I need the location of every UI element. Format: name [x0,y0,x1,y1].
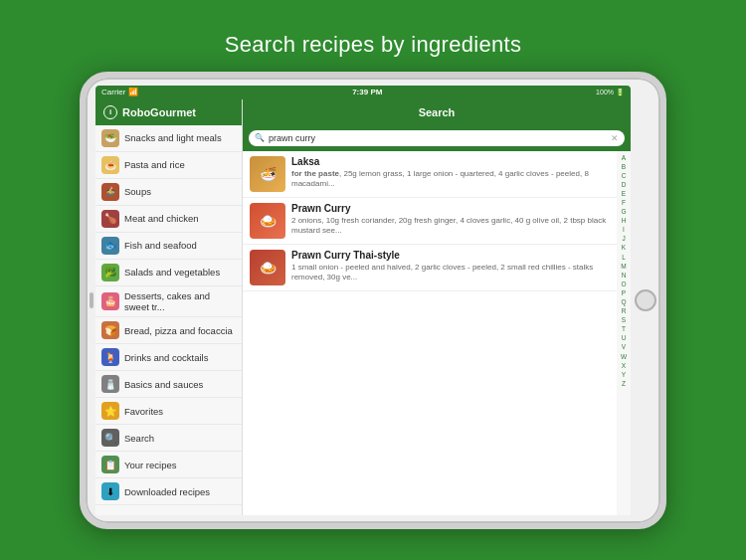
results-area: 🍜 Laksa for the paste, 25g lemon grass, … [243,151,631,515]
alpha-letter-i[interactable]: I [623,225,625,234]
sidebar-label-desserts: Desserts, cakes and sweet tr... [124,290,236,313]
alpha-letter-s[interactable]: S [622,315,626,324]
alpha-letter-l[interactable]: L [622,253,626,262]
ipad-frame: Carrier 📶 7:39 PM 100% 🔋 i RoboGourmet 🥗… [80,72,666,529]
wifi-icon: 📶 [128,88,138,96]
search-bar: 🔍 ✕ [249,130,625,146]
alpha-letter-h[interactable]: H [622,216,627,225]
alpha-letter-w[interactable]: W [621,352,627,361]
page-title: Search recipes by ingredients [225,32,522,58]
alpha-letter-x[interactable]: X [622,361,626,370]
sidebar-item-basics[interactable]: 🧂 Basics and sauces [95,371,242,398]
sidebar-icon-bread: 🍞 [101,321,119,339]
result-desc-prawn-curry: 2 onions, 10g fresh coriander, 20g fresh… [291,216,610,237]
alpha-letter-c[interactable]: C [622,171,627,180]
alpha-letter-f[interactable]: F [622,198,626,207]
sidebar-item-drinks[interactable]: 🍹 Drinks and cocktails [95,344,242,371]
result-title-laksa: Laksa [291,156,610,167]
sidebar-label-drinks: Drinks and cocktails [124,352,208,363]
result-desc-prawn-curry-thai: 1 small onion - peeled and halved, 2 gar… [291,263,610,283]
result-thumb-prawn-curry: 🍛 [250,203,285,239]
alpha-letter-d[interactable]: D [622,180,627,189]
sidebar-label-soups: Soups [124,186,151,197]
sidebar-item-desserts[interactable]: 🎂 Desserts, cakes and sweet tr... [95,286,242,318]
sidebar-item-salads[interactable]: 🥦 Salads and vegetables [95,260,242,286]
status-bar-time: 7:39 PM [352,88,382,96]
results-list: 🍜 Laksa for the paste, 25g lemon grass, … [243,151,617,515]
sidebar-label-search: Search [124,433,154,444]
sidebar-item-recipes[interactable]: 📋 Your recipes [95,452,242,478]
alpha-letter-n[interactable]: N [622,271,627,280]
sidebar-item-fish[interactable]: 🐟 Fish and seafood [95,233,242,260]
alpha-letter-m[interactable]: M [621,262,626,271]
sidebar-item-pasta[interactable]: 🍝 Pasta and rice [95,152,242,179]
alphabet-sidebar: ABCDEFGHIJKLMNOPQRSTUVWXYZ [617,151,631,515]
alpha-letter-z[interactable]: Z [622,379,626,388]
ipad-screen: Carrier 📶 7:39 PM 100% 🔋 i RoboGourmet 🥗… [95,86,631,515]
sidebar-item-meat[interactable]: 🍗 Meat and chicken [95,206,242,233]
result-thumb-prawn-curry-thai: 🍛 [250,250,285,285]
status-bar-right: 100% 🔋 [596,89,625,96]
alpha-letter-q[interactable]: Q [621,297,626,306]
sidebar-item-snacks[interactable]: 🥗 Snacks and light meals [95,125,242,152]
sidebar: i RoboGourmet 🥗 Snacks and light meals 🍝… [95,99,243,515]
sidebar-label-recipes: Your recipes [124,460,176,470]
search-icon: 🔍 [255,133,265,142]
result-desc-laksa: for the paste, 25g lemon grass, 1 large … [291,169,610,190]
sidebar-item-soups[interactable]: 🍲 Soups [95,179,242,206]
sidebar-item-bread[interactable]: 🍞 Bread, pizza and focaccia [95,317,242,344]
alpha-letter-y[interactable]: Y [622,370,626,379]
sidebar-label-favorites: Favorites [124,406,163,417]
sidebar-icon-favorites: ⭐ [101,402,119,420]
result-info-laksa: Laksa for the paste, 25g lemon grass, 1 … [291,156,610,190]
sidebar-label-snacks: Snacks and light meals [124,132,222,143]
alpha-letter-j[interactable]: J [622,234,625,243]
result-item-prawn-curry-thai[interactable]: 🍛 Prawn Curry Thai-style 1 small onion -… [243,245,617,291]
result-item-prawn-curry[interactable]: 🍛 Prawn Curry 2 onions, 10g fresh corian… [243,198,617,245]
result-info-prawn-curry-thai: Prawn Curry Thai-style 1 small onion - p… [291,250,610,283]
sidebar-label-downloaded: Downloaded recipes [124,486,210,497]
sidebar-icon-salads: 🥦 [101,264,119,281]
alpha-letter-a[interactable]: A [622,153,626,162]
alpha-letter-g[interactable]: G [621,207,626,216]
search-input[interactable] [269,133,607,143]
side-button [90,292,93,308]
alpha-letter-b[interactable]: B [622,162,626,171]
sidebar-icon-downloaded: ⬇ [101,482,119,500]
sidebar-item-favorites[interactable]: ⭐ Favorites [95,398,242,425]
main-content: Search 🔍 ✕ 🍜 Laksa for the paste, 25g le… [243,99,631,515]
app-name: RoboGourmet [122,106,196,118]
result-thumb-laksa: 🍜 [250,156,285,192]
main-header: Search [243,99,631,125]
alpha-letter-u[interactable]: U [622,333,627,342]
alpha-letter-k[interactable]: K [622,243,626,252]
alpha-letter-v[interactable]: V [622,342,626,351]
search-clear-icon[interactable]: ✕ [611,133,619,143]
sidebar-icon-pasta: 🍝 [101,156,119,174]
sidebar-icon-search: 🔍 [101,429,119,447]
status-bar: Carrier 📶 7:39 PM 100% 🔋 [95,86,631,99]
result-info-prawn-curry: Prawn Curry 2 onions, 10g fresh coriande… [291,203,610,237]
carrier-label: Carrier [101,88,125,96]
sidebar-header: i RoboGourmet [95,99,242,125]
alpha-letter-e[interactable]: E [622,189,626,198]
alpha-letter-r[interactable]: R [622,306,627,315]
alpha-letter-t[interactable]: T [622,324,626,333]
sidebar-icon-snacks: 🥗 [101,129,119,147]
sidebar-item-downloaded[interactable]: ⬇ Downloaded recipes [95,478,242,505]
sidebar-item-search[interactable]: 🔍 Search [95,425,242,452]
app-info-icon[interactable]: i [103,105,117,119]
home-button[interactable] [635,289,656,311]
sidebar-label-bread: Bread, pizza and focaccia [124,325,233,336]
battery-label: 100% [596,89,614,95]
sidebar-label-salads: Salads and vegetables [124,267,220,278]
search-bar-container: 🔍 ✕ [243,125,631,151]
result-item-laksa[interactable]: 🍜 Laksa for the paste, 25g lemon grass, … [243,151,617,198]
sidebar-icon-basics: 🧂 [101,375,119,393]
sidebar-icon-soups: 🍲 [101,183,119,201]
alpha-letter-o[interactable]: O [621,280,626,288]
sidebar-icon-fish: 🐟 [101,237,119,255]
sidebar-icon-drinks: 🍹 [101,348,119,366]
alpha-letter-p[interactable]: P [622,288,626,297]
sidebar-list: 🥗 Snacks and light meals 🍝 Pasta and ric… [95,125,242,515]
